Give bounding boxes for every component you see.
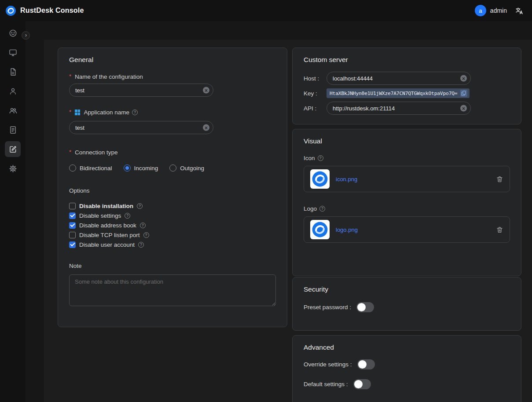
sidebar-item-configurations[interactable] <box>5 141 21 157</box>
preset-password-toggle[interactable] <box>356 302 374 312</box>
topbar: RustDesk Console a admin <box>0 0 532 21</box>
clear-icon[interactable] <box>460 75 467 82</box>
options-check-list: Disable installation Disable settings Di… <box>69 201 276 249</box>
app-name-field-label: * Application name <box>69 109 276 116</box>
key-value: HtaXBkJNHyn0e1U1jWXze7A7CN7QTGWqxkOtpaVp… <box>330 91 457 96</box>
checkbox-disable-settings[interactable]: Disable settings <box>69 211 276 220</box>
host-row: Host : <box>304 72 510 85</box>
help-icon[interactable] <box>138 242 144 248</box>
custom-server-card: Custom server Host : Key : HtaXBkJNHyn0e… <box>292 48 521 124</box>
help-icon[interactable] <box>137 203 143 209</box>
required-asterisk: * <box>69 109 71 115</box>
advanced-card: Advanced Override settings : Default set… <box>292 335 521 402</box>
clear-icon[interactable] <box>203 87 209 94</box>
api-input[interactable] <box>327 102 471 115</box>
logo-preview <box>310 220 330 239</box>
smiley-icon <box>8 29 18 38</box>
checkbox-control <box>69 232 76 238</box>
api-row: API : <box>304 102 510 115</box>
user-menu[interactable]: a admin <box>475 5 507 16</box>
connection-type-label: * Connection type <box>69 149 276 156</box>
config-name-input[interactable] <box>69 84 213 97</box>
avatar-initial: a <box>479 7 482 14</box>
checkbox-disable-tcp-listen-port[interactable]: Disable TCP listen port <box>69 230 276 240</box>
sidebar <box>0 21 26 402</box>
icon-preview <box>310 169 330 189</box>
required-asterisk: * <box>69 73 71 80</box>
chevron-right-icon: › <box>25 33 27 38</box>
radio-incoming[interactable]: Incoming <box>124 164 158 172</box>
visual-title: Visual <box>304 137 510 145</box>
clear-icon[interactable] <box>203 124 209 131</box>
custom-server-title: Custom server <box>304 56 510 64</box>
host-input[interactable] <box>327 72 471 85</box>
copy-icon[interactable] <box>460 90 467 97</box>
user-icon <box>8 87 18 96</box>
default-settings-toggle[interactable] <box>353 379 371 389</box>
app-name-input[interactable] <box>69 121 213 134</box>
help-icon[interactable] <box>318 155 323 161</box>
username: admin <box>490 7 507 14</box>
checkbox-control <box>69 203 76 209</box>
radio-control <box>124 164 131 172</box>
security-title: Security <box>304 285 510 293</box>
note-textarea[interactable] <box>69 274 276 306</box>
checkbox-disable-address-book[interactable]: Disable address book <box>69 220 276 230</box>
translate-icon[interactable] <box>515 6 524 15</box>
default-settings-label: Default settings : <box>304 381 348 387</box>
connection-type-radio-group: Bidirectional Incoming Outgoing <box>69 164 276 172</box>
override-settings-toggle[interactable] <box>357 359 375 369</box>
checkbox-control <box>69 222 76 229</box>
edit-icon <box>8 145 18 154</box>
rustdesk-logo-icon <box>5 5 16 16</box>
icon-file-link[interactable]: icon.png <box>336 176 357 183</box>
sidebar-item-documents[interactable] <box>5 64 21 80</box>
key-label: Key : <box>304 90 327 97</box>
preset-password-label: Preset password : <box>304 304 351 311</box>
sidebar-item-status[interactable] <box>5 25 21 41</box>
api-label: API : <box>304 105 327 112</box>
key-value-box: HtaXBkJNHyn0e1U1jWXze7A7CN7QTGWqxkOtpaVp… <box>327 88 470 98</box>
icon-label: Icon <box>304 155 510 161</box>
help-icon[interactable] <box>319 206 325 212</box>
avatar: a <box>475 5 486 16</box>
help-icon[interactable] <box>125 213 130 219</box>
windows-icon <box>75 110 80 115</box>
preset-password-row: Preset password : <box>304 302 510 312</box>
radio-outgoing[interactable]: Outgoing <box>169 164 204 172</box>
journal-icon <box>8 125 18 135</box>
radio-control <box>169 164 176 172</box>
override-settings-label: Override settings : <box>304 361 352 368</box>
note-label: Note <box>69 263 276 269</box>
clear-icon[interactable] <box>460 105 467 112</box>
sidebar-expand-button[interactable]: › <box>22 31 30 40</box>
brand: RustDesk Console <box>5 5 84 16</box>
trash-icon[interactable] <box>496 175 503 183</box>
logo-file-link[interactable]: logo.png <box>336 227 358 233</box>
radio-control <box>69 164 76 172</box>
override-settings-row: Override settings : <box>304 359 510 369</box>
sidebar-item-devices[interactable] <box>5 44 21 60</box>
checkbox-control <box>69 212 76 219</box>
radio-bidirectional[interactable]: Bidirectional <box>69 164 112 172</box>
logo-label: Logo <box>304 205 510 212</box>
required-asterisk: * <box>69 149 71 155</box>
checkbox-control <box>69 241 76 248</box>
help-icon[interactable] <box>140 223 146 228</box>
trash-icon[interactable] <box>496 226 503 234</box>
users-icon <box>8 106 18 115</box>
checkbox-disable-user-account[interactable]: Disable user account <box>69 240 276 249</box>
advanced-title: Advanced <box>304 344 510 351</box>
gear-icon <box>8 164 18 173</box>
logo-upload-box: logo.png <box>304 216 510 243</box>
help-icon[interactable] <box>132 110 138 115</box>
sidebar-item-users[interactable] <box>5 83 21 99</box>
host-label: Host : <box>304 75 327 82</box>
sidebar-item-audit-log[interactable] <box>5 122 21 138</box>
sidebar-item-groups[interactable] <box>5 102 21 118</box>
checkbox-disable-installation[interactable]: Disable installation <box>69 201 276 211</box>
document-icon <box>8 67 18 77</box>
help-icon[interactable] <box>143 232 149 238</box>
sidebar-item-settings[interactable] <box>5 161 21 176</box>
options-label: Options <box>69 187 276 194</box>
